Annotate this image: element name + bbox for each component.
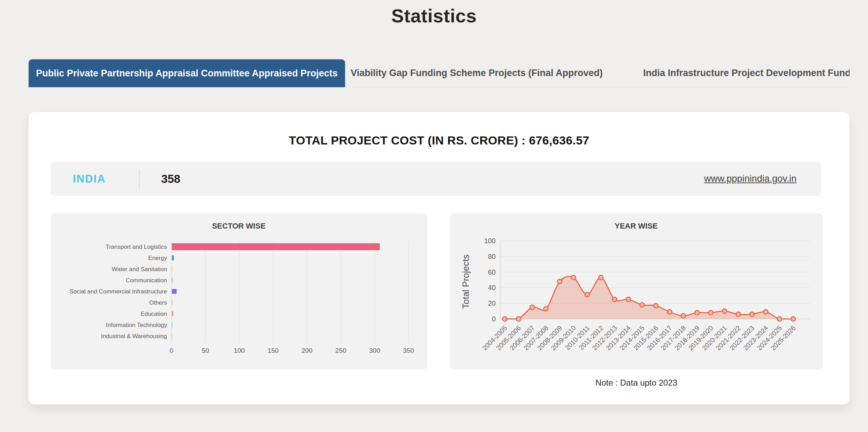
tab-iipdf-projects[interactable]: India Infrastructure Project Development…	[608, 59, 850, 87]
data-point-marker	[722, 309, 727, 313]
chart-text: 50	[202, 347, 209, 354]
data-point-marker	[640, 303, 645, 307]
charts-row: SECTOR WISE050100150200250300350Transpor…	[51, 213, 823, 388]
year-wise-chart: YEAR WISETotal Projects0204060801002004-…	[450, 213, 823, 370]
data-point-marker	[585, 292, 589, 297]
chart-text: Energy	[148, 255, 167, 261]
chart-text: 150	[268, 347, 279, 354]
tab-pppac-appraised-projects[interactable]: Public Private Partnership Appraisal Com…	[29, 59, 345, 87]
tab-vgf-scheme-projects[interactable]: Viability Gap Funding Scheme Projects (F…	[345, 59, 608, 87]
vertical-divider	[139, 169, 139, 189]
data-point-marker	[777, 317, 782, 321]
year-wise-column: YEAR WISETotal Projects0204060801002004-…	[450, 213, 823, 388]
data-point-marker	[557, 279, 562, 284]
data-point-marker	[763, 310, 768, 314]
sector-bar	[172, 311, 173, 316]
data-point-marker	[791, 317, 795, 321]
data-point-marker	[750, 312, 754, 316]
sector-bar	[172, 289, 177, 294]
data-point-marker	[667, 310, 672, 314]
chart-text: Education	[140, 311, 167, 317]
chart-text: 0	[170, 347, 174, 354]
sector-bar	[172, 322, 173, 327]
chart-text: 200	[302, 347, 313, 354]
data-point-marker	[681, 314, 686, 318]
chart-text: Transport and Logistics	[106, 244, 167, 250]
sector-bar	[172, 267, 173, 271]
data-point-marker	[626, 297, 631, 302]
chart-text: Communication	[126, 277, 167, 284]
chart-text: 350	[403, 347, 414, 354]
chart-text: Information Technology	[106, 322, 167, 328]
summary-bar: INDIA 358 www.pppinindia.gov.in	[51, 162, 821, 196]
data-point-marker	[654, 303, 658, 308]
page-title: Statistics	[0, 5, 868, 27]
chart-text: Social and Commercial Infrastructure	[69, 288, 167, 295]
chart-text: 60	[488, 268, 496, 276]
data-point-marker	[571, 275, 576, 280]
data-note: Note : Data upto 2023	[450, 378, 823, 388]
data-point-marker	[516, 317, 521, 321]
total-projects-count: 358	[161, 172, 180, 186]
chart-text: 80	[488, 253, 496, 260]
chart-text: 40	[488, 284, 496, 291]
data-point-marker	[503, 317, 507, 321]
chart-text: YEAR WISE	[615, 222, 657, 230]
data-point-marker	[612, 297, 617, 302]
chart-text: 0	[492, 315, 496, 323]
data-point-marker	[709, 311, 713, 315]
data-point-marker	[530, 305, 534, 310]
chart-text: 250	[335, 347, 347, 354]
tab-bar: Public Private Partnership Appraisal Com…	[29, 59, 850, 87]
chart-text: Water and Sanitation	[112, 266, 167, 273]
total-project-cost-heading: TOTAL PROJECT COST (IN RS. CRORE) : 676,…	[29, 112, 850, 147]
data-point-marker	[736, 312, 740, 316]
chart-text: 20	[488, 299, 496, 307]
year-wise-panel: YEAR WISETotal Projects0204060801002004-…	[450, 213, 823, 370]
chart-text: Total Projects	[460, 254, 471, 309]
sector-bar	[172, 243, 380, 250]
chart-text: SECTOR WISE	[212, 222, 266, 230]
country-label: INDIA	[73, 173, 106, 185]
sector-bar	[172, 278, 173, 283]
sector-bar	[172, 334, 173, 338]
chart-text: 100	[484, 237, 496, 245]
chart-text: 100	[234, 347, 245, 354]
chart-text: Industrial & Warehousing	[101, 333, 167, 340]
sector-bar	[172, 300, 173, 305]
data-point-marker	[695, 311, 699, 315]
data-point-marker	[599, 275, 603, 280]
sector-bar	[172, 255, 174, 260]
pppinindia-link[interactable]: www.pppinindia.gov.in	[704, 173, 797, 184]
sector-wise-chart: SECTOR WISE050100150200250300350Transpor…	[51, 213, 427, 370]
data-point-marker	[544, 306, 548, 311]
chart-text: 300	[369, 347, 380, 354]
sector-wise-panel: SECTOR WISE050100150200250300350Transpor…	[51, 213, 427, 370]
chart-text: Others	[149, 299, 167, 306]
statistics-card: TOTAL PROJECT COST (IN RS. CRORE) : 676,…	[29, 112, 850, 404]
